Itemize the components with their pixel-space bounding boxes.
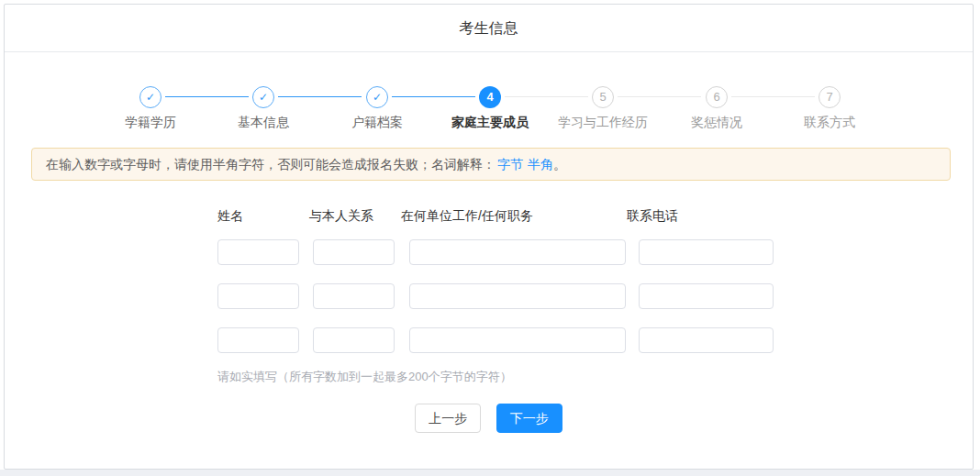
column-header-name: 姓名 <box>217 208 243 225</box>
halfwidth-definition-link[interactable]: 半角 <box>528 157 553 172</box>
check-icon: ✓ <box>373 91 382 104</box>
step-1-school-record[interactable]: ✓ 学籍学历 <box>86 86 215 131</box>
column-header-relation: 与本人关系 <box>309 208 373 225</box>
name-input-row1[interactable] <box>217 239 299 265</box>
workplace-input-row1[interactable] <box>409 239 626 265</box>
name-input-row3[interactable] <box>217 327 299 353</box>
step-7-contact-info: 7 联系方式 <box>765 86 894 131</box>
step-2-basic-info[interactable]: ✓ 基本信息 <box>199 86 328 131</box>
page-background-strip <box>0 470 980 476</box>
column-header-workplace: 在何单位工作/任何职务 <box>401 208 533 225</box>
phone-input-row1[interactable] <box>639 239 774 265</box>
member-row-1 <box>217 239 768 265</box>
phone-input-row3[interactable] <box>639 327 774 353</box>
form-rows <box>217 239 768 353</box>
family-members-form: 姓名 与本人关系 在何单位工作/任何职务 联系电话 <box>217 208 768 385</box>
step-7-label: 联系方式 <box>765 115 894 131</box>
candidate-info-card: 考生信息 ✓ 学籍学历 ✓ 基本信息 ✓ 户籍档案 4 家庭主要成员 5 学习与… <box>4 4 974 470</box>
member-row-3 <box>217 327 768 353</box>
step-6-circle: 6 <box>706 86 728 108</box>
step-2-circle: ✓ <box>252 86 274 108</box>
step-7-circle: 7 <box>819 86 841 108</box>
stepper: ✓ 学籍学历 ✓ 基本信息 ✓ 户籍档案 4 家庭主要成员 5 学习与工作经历 … <box>5 86 973 141</box>
relation-input-row2[interactable] <box>313 283 395 309</box>
member-row-2 <box>217 283 768 309</box>
step-4-family-members: 4 家庭主要成员 <box>426 86 554 131</box>
phone-input-row2[interactable] <box>639 283 774 309</box>
name-input-row2[interactable] <box>217 283 299 309</box>
step-6-rewards-punishments: 6 奖惩情况 <box>652 86 781 131</box>
notice-text: 在输入数字或字母时，请使用半角字符，否则可能会造成报名失败；名词解释： <box>46 157 496 172</box>
notice-suffix: 。 <box>553 157 566 172</box>
step-1-circle: ✓ <box>139 86 161 108</box>
column-header-phone: 联系电话 <box>627 208 678 225</box>
check-icon: ✓ <box>146 91 155 104</box>
step-3-label: 户籍档案 <box>313 115 441 131</box>
step-6-label: 奖惩情况 <box>652 115 781 131</box>
step-5-label: 学习与工作经历 <box>539 115 667 131</box>
step-1-label: 学籍学历 <box>86 115 215 131</box>
relation-input-row1[interactable] <box>313 239 395 265</box>
workplace-input-row3[interactable] <box>409 327 626 353</box>
byte-definition-link[interactable]: 字节 <box>497 157 523 172</box>
check-icon: ✓ <box>259 91 268 104</box>
step-2-label: 基本信息 <box>199 115 328 131</box>
card-header: 考生信息 <box>5 5 973 52</box>
next-step-button[interactable]: 下一步 <box>496 404 562 433</box>
page-title: 考生信息 <box>5 5 973 52</box>
notice-banner: 在输入数字或字母时，请使用半角字符，否则可能会造成报名失败；名词解释：字节半角。 <box>31 148 951 181</box>
step-5-circle: 5 <box>592 86 614 108</box>
step-3-circle: ✓ <box>366 86 388 108</box>
relation-input-row3[interactable] <box>313 327 395 353</box>
step-4-label: 家庭主要成员 <box>426 115 554 131</box>
previous-step-button[interactable]: 上一步 <box>415 404 481 433</box>
workplace-input-row2[interactable] <box>409 283 626 309</box>
form-note: 请如实填写（所有字数加到一起最多200个字节的字符） <box>217 369 768 385</box>
step-4-circle: 4 <box>479 86 501 108</box>
step-3-household-archive[interactable]: ✓ 户籍档案 <box>313 86 441 131</box>
step-5-study-work-history: 5 学习与工作经历 <box>539 86 667 131</box>
form-actions: 上一步 下一步 <box>5 404 973 433</box>
form-header-row: 姓名 与本人关系 在何单位工作/任何职务 联系电话 <box>217 208 768 227</box>
